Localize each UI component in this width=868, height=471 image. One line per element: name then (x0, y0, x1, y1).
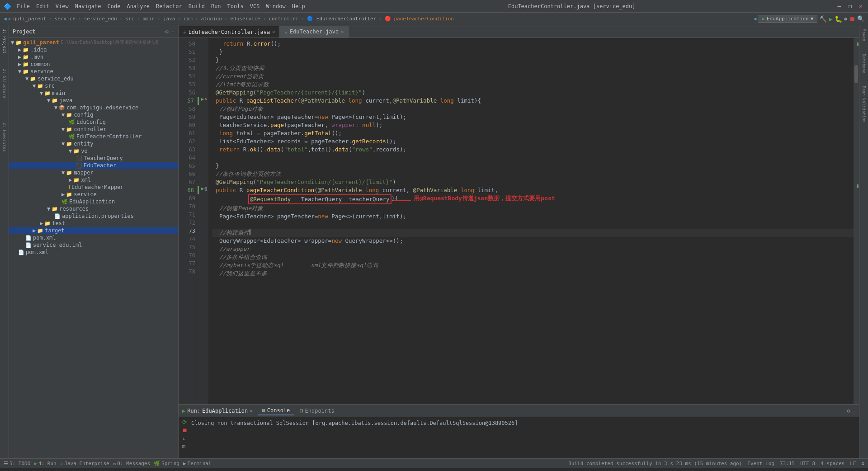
menu-run[interactable]: Run (208, 2, 224, 10)
breadcrumb-service[interactable]: service (55, 16, 75, 22)
tree-item-eduapplication[interactable]: 🌿 EduApplication (9, 198, 178, 205)
breadcrumb-eduservice[interactable]: eduservice (230, 16, 260, 22)
console-restart-icon[interactable]: ⟳ (182, 419, 188, 425)
search-everywhere-icon[interactable]: 🔍 (857, 15, 864, 22)
nav-icon-back[interactable]: ◀ (4, 16, 7, 22)
tab-close-icon[interactable]: ✕ (341, 29, 344, 34)
console-stop-icon[interactable]: ⏹ (182, 427, 188, 433)
debug-icon[interactable]: 🐛 (835, 15, 842, 23)
coverage-icon[interactable]: ⊕ (844, 16, 847, 22)
tree-item-service-edu[interactable]: ▼ 📁 service_edu (9, 75, 178, 82)
menu-help[interactable]: Help (289, 2, 308, 10)
right-tool-beanvalidation[interactable]: Bean Validation (861, 84, 867, 124)
breadcrumb-guli-parent[interactable]: guli_parent (13, 16, 46, 22)
run-config-dropdown[interactable]: ▼ (811, 16, 814, 22)
breadcrumb-atguigu[interactable]: atguigu (201, 16, 222, 22)
minimize-button[interactable]: — (836, 3, 843, 9)
console-filter-icon[interactable]: ⊞ (182, 443, 188, 450)
tree-item-teacherquery[interactable]: ⬛ TeacherQuery (9, 155, 178, 162)
tree-item-mapper[interactable]: ▼ 📁 mapper (9, 169, 178, 176)
indent-label[interactable]: 4 spaces (821, 461, 844, 466)
menu-vcs[interactable]: VCS (247, 2, 263, 10)
tree-item-src[interactable]: ▼ 📁 src (9, 82, 178, 89)
tree-item-vo[interactable]: ▼ 📁 vo (9, 147, 178, 155)
stop-icon[interactable]: ⏹ (849, 15, 855, 23)
breadcrumb-main[interactable]: main (143, 16, 155, 22)
tree-item-eduteachermapper[interactable]: Ⅰ EduTeacherMapper (9, 184, 178, 191)
breadcrumb-service-edu[interactable]: service_edu (84, 16, 117, 22)
menu-view[interactable]: View (53, 2, 71, 10)
tree-item-xml[interactable]: ▶ 📁 xml (9, 176, 178, 184)
breadcrumb-method[interactable]: 🔴 pageTeacherCondition (385, 16, 454, 22)
settings-icon[interactable]: ⚙ (847, 408, 850, 414)
console-scroll-icon[interactable]: ↓ (182, 435, 188, 442)
status-todo[interactable]: ☰ 5: TODO (4, 461, 30, 466)
menu-navigate[interactable]: Navigate (72, 2, 104, 10)
maximize-button[interactable]: ❐ (846, 3, 854, 9)
menu-build[interactable]: Build (186, 2, 208, 10)
run-icon[interactable]: ▶ (829, 15, 832, 23)
build-icon[interactable]: 🔨 (819, 15, 827, 23)
menu-analyze[interactable]: Analyze (124, 2, 152, 10)
status-java-enterprise[interactable]: ☕ Java Enterprise (60, 461, 109, 466)
run-close-icon[interactable]: ✕ (250, 408, 253, 414)
git-icon[interactable]: ⚙ (861, 461, 864, 466)
nav-icon-forward[interactable]: ▶ (9, 16, 12, 22)
event-log[interactable]: Event Log (747, 461, 774, 466)
breadcrumb-controller[interactable]: controller (269, 16, 298, 22)
menu-code[interactable]: Code (105, 2, 123, 10)
tab-eduteacher[interactable]: ☕ EduTeacher.java ✕ (280, 26, 349, 38)
tree-item-java[interactable]: ▼ 📁 java (9, 97, 178, 104)
tree-item-resources[interactable]: ▼ 📁 resources (9, 205, 178, 212)
tree-item-target[interactable]: ▶ 📁 target (9, 227, 178, 234)
encoding-label[interactable]: UTF-8 (800, 461, 815, 466)
btab-console[interactable]: ⊟ Console (258, 406, 295, 415)
menu-tools[interactable]: Tools (225, 2, 246, 10)
tree-item-eduteacher[interactable]: ⬛ EduTeacher (9, 162, 178, 169)
breadcrumb-com[interactable]: com (184, 16, 193, 22)
status-messages[interactable]: ✉ 0: Messages (113, 461, 150, 466)
tree-item-package[interactable]: ▼ 📦 com.atguigu.eduservice (9, 104, 178, 111)
favorites-tool-icon[interactable]: 2: Favorites (1, 121, 8, 154)
btab-endpoints[interactable]: ⊟ Endpoints (295, 407, 339, 415)
tree-item-config[interactable]: ▼ 📁 config (9, 111, 178, 118)
scrollbar-track[interactable] (854, 38, 859, 404)
tab-eduteachercontroller[interactable]: ☕ EduTeacherController.java ✕ (179, 26, 280, 38)
status-spring[interactable]: 🌿 Spring (154, 461, 179, 466)
close-button[interactable]: ✕ (857, 3, 864, 9)
tree-item-service-folder[interactable]: ▶ 📁 service (9, 191, 178, 198)
tree-item-mvn[interactable]: ▶ 📁 .mvn (9, 53, 178, 61)
tree-item-main[interactable]: ▼ 📁 main (9, 89, 178, 97)
status-run[interactable]: ▶ 4: Run (34, 461, 56, 466)
tree-item-controller[interactable]: ▼ 📁 controller (9, 126, 178, 133)
lf-label[interactable]: LF (850, 461, 856, 466)
right-tool-database[interactable]: Database (861, 52, 867, 75)
tree-item-idea[interactable]: ▶ 📁 .idea (9, 46, 178, 53)
structure-tool-icon[interactable]: 2: Structure (1, 67, 8, 100)
right-tool-maven[interactable]: Maven (861, 27, 867, 43)
tree-item-service[interactable]: ▼ 📁 service (9, 68, 178, 75)
tree-item-appprops[interactable]: 📄 application.properties (9, 212, 178, 220)
tree-item-service-iml[interactable]: 📄 service_edu.iml (9, 241, 178, 249)
sidebar-hide-icon[interactable]: — (171, 28, 175, 35)
tree-item-eduteachercontroller[interactable]: 🌿 EduTeacherController (9, 133, 178, 140)
breadcrumb-java[interactable]: java (163, 16, 175, 22)
breadcrumb-src[interactable]: src (125, 16, 134, 22)
tree-item-test[interactable]: ▶ 📁 test (9, 220, 178, 227)
tree-item-pom-service-edu[interactable]: 📄 pom.xml (9, 234, 178, 241)
menu-edit[interactable]: Edit (33, 2, 52, 10)
tree-item-pom-root[interactable]: 📄 pom.xml (9, 249, 178, 256)
tab-close-icon[interactable]: ✕ (272, 29, 275, 34)
minimize-icon[interactable]: — (852, 408, 855, 414)
menu-file[interactable]: File (14, 2, 33, 10)
tree-item-educonfig[interactable]: 🌿 EduConfig (9, 118, 178, 126)
scrollbar-thumb[interactable] (854, 65, 858, 83)
breadcrumb-class[interactable]: 🔵 EduTeacherController (307, 16, 376, 22)
tree-item-common[interactable]: ▶ 📁 common (9, 61, 178, 68)
menu-refactor[interactable]: Refactor (153, 2, 185, 10)
code-content[interactable]: return R. error (); } } (208, 38, 859, 404)
sidebar-settings-icon[interactable]: ⚙ (165, 28, 169, 35)
tree-item-guli-parent[interactable]: ▼ 📁 guli_parent D:\UserData\Desktop\教育项目… (9, 39, 178, 46)
menu-window[interactable]: Window (263, 2, 288, 10)
status-terminal[interactable]: ▶ Terminal (183, 461, 212, 466)
